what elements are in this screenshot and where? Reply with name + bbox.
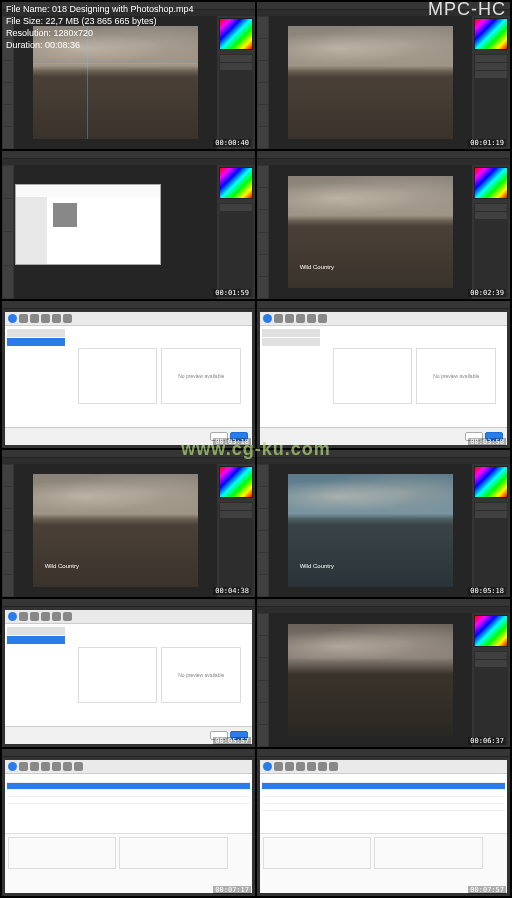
options-box: No preview available xyxy=(161,348,241,404)
list-row[interactable] xyxy=(262,790,505,797)
options-box: No preview available xyxy=(416,348,496,404)
list-row[interactable] xyxy=(262,776,505,783)
thumbnail[interactable]: 00:07:57 xyxy=(257,749,510,896)
timestamp: 00:07:17 xyxy=(213,886,251,894)
dialog-toolbar xyxy=(5,312,252,326)
app-icon xyxy=(263,314,272,323)
thumbnail[interactable]: Wild Country 00:05:18 xyxy=(257,450,510,597)
list-row[interactable] xyxy=(7,797,250,804)
timestamp: 00:05:18 xyxy=(468,587,506,595)
dialog: No preview available xyxy=(5,312,252,445)
app-icon xyxy=(8,612,17,621)
app-title: MPC-HC xyxy=(428,3,506,51)
timestamp: 00:01:19 xyxy=(468,139,506,147)
image-caption: Wild Country xyxy=(45,563,79,569)
file-list xyxy=(5,774,252,833)
finder-sidebar xyxy=(16,197,48,264)
timestamp: 00:03:18 xyxy=(213,438,251,446)
photoshop-window xyxy=(257,599,510,746)
timestamp: 00:01:59 xyxy=(213,289,251,297)
list-dialog xyxy=(5,760,252,893)
timestamp: 00:06:37 xyxy=(468,737,506,745)
options-box: No preview available xyxy=(161,647,241,703)
timestamp: 00:05:57 xyxy=(213,737,251,745)
thumbnail[interactable]: No preview available 00:03:18 xyxy=(2,301,255,448)
timestamp: 00:07:57 xyxy=(468,886,506,894)
thumbnail[interactable]: 00:07:17 xyxy=(2,749,255,896)
app-icon xyxy=(263,762,272,771)
dialog-sidebar xyxy=(5,326,67,427)
thumbnail[interactable]: No preview available 00:03:58 xyxy=(257,301,510,448)
thumbnail[interactable]: 00:01:59 xyxy=(2,151,255,298)
photoshop-window: Wild Country xyxy=(257,151,510,298)
layers-panel xyxy=(219,54,253,147)
image-caption: Wild Country xyxy=(300,264,334,270)
photoshop-window: Wild Country xyxy=(2,450,255,597)
image-caption: Wild Country xyxy=(300,563,334,569)
file-info-block: File Name: 018 Designing with Photoshop.… xyxy=(6,3,194,51)
list-row[interactable] xyxy=(7,790,250,797)
timestamp: 00:04:38 xyxy=(213,587,251,595)
app-window xyxy=(2,749,255,896)
list-row-selected[interactable] xyxy=(7,783,250,790)
finder-content xyxy=(47,197,160,264)
app-window: No preview available xyxy=(2,301,255,448)
finder-dialog xyxy=(15,184,162,265)
thumbnail[interactable]: Wild Country 00:04:38 xyxy=(2,450,255,597)
thumbnail-grid: 00:00:40 00:01:19 00:01:59 xyxy=(0,0,512,898)
app-window: No preview available xyxy=(257,301,510,448)
app-icon xyxy=(8,314,17,323)
timestamp: 00:03:58 xyxy=(468,438,506,446)
photoshop-window xyxy=(2,151,255,298)
thumbnail[interactable]: No preview available 00:05:57 xyxy=(2,599,255,746)
list-row[interactable] xyxy=(7,776,250,783)
photoshop-window: Wild Country xyxy=(257,450,510,597)
preview-box xyxy=(78,647,158,703)
timestamp: 00:00:40 xyxy=(213,139,251,147)
dialog-main: No preview available xyxy=(67,326,252,427)
timestamp: 00:02:39 xyxy=(468,289,506,297)
app-window: No preview available xyxy=(2,599,255,746)
preview-box xyxy=(333,348,413,404)
video-info-header: File Name: 018 Designing with Photoshop.… xyxy=(0,0,512,54)
app-icon xyxy=(8,762,17,771)
preview-box xyxy=(78,348,158,404)
list-row[interactable] xyxy=(262,797,505,804)
list-row-selected[interactable] xyxy=(262,783,505,790)
thumbnail[interactable]: 00:06:37 xyxy=(257,599,510,746)
detail-pane xyxy=(5,833,252,893)
file-thumb-icon xyxy=(53,203,77,227)
thumbnail[interactable]: Wild Country 00:02:39 xyxy=(257,151,510,298)
app-window xyxy=(257,749,510,896)
list-row[interactable] xyxy=(262,804,505,811)
